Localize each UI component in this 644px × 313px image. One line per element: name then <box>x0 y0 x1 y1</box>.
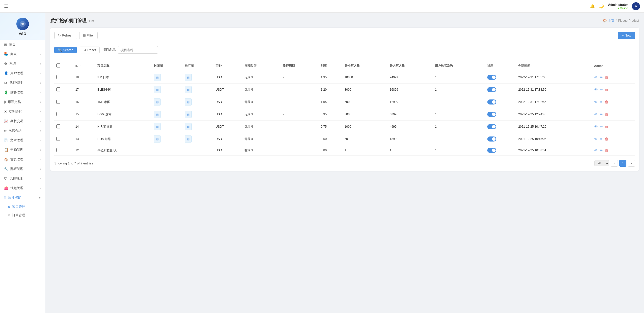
nav-icon-wallet-mgmt: 👛 <box>4 186 8 190</box>
view-icon-5[interactable]: 👁 <box>594 137 598 141</box>
edit-icon-6[interactable]: ✏ <box>600 148 603 152</box>
nav-icon-apply-mgmt: 📋 <box>4 148 8 152</box>
status-toggle-2[interactable] <box>487 99 496 105</box>
cell-cover-5: ▤ <box>152 133 183 145</box>
delete-icon-5[interactable]: 🗑 <box>605 137 608 141</box>
nav-icon-agent-mgmt: 🗂 <box>4 81 8 85</box>
topbar-right: 🔔 🌙 Administrator Online A <box>590 2 640 10</box>
status-toggle-4[interactable] <box>487 124 496 129</box>
nav-label-home-mgmt: 首页管理 <box>10 157 23 162</box>
edit-icon-4[interactable]: ✏ <box>600 125 603 129</box>
nav-icon-risk-mgmt: 🛡 <box>4 177 8 181</box>
next-page-btn[interactable]: › <box>628 160 635 167</box>
new-button[interactable]: + New <box>618 32 635 39</box>
view-icon-0[interactable]: 👁 <box>594 75 598 79</box>
toggle-slider-6 <box>487 148 496 153</box>
sidebar-logo: VSO <box>0 13 45 40</box>
data-table: ID↑ 项目名称 封面图 推广图 币种 周期类型 质押周期 利率 最小买入量 最… <box>54 61 635 156</box>
cover-thumb-0: ▤ <box>154 74 161 81</box>
delete-icon-0[interactable]: 🗑 <box>605 75 608 79</box>
row-checkbox-5[interactable] <box>56 137 60 141</box>
cell-status-6 <box>485 145 516 156</box>
reset-button[interactable]: ↺ Reset <box>80 47 100 53</box>
sidebar-item-perpetual[interactable]: ∞ 永续合约 › <box>0 126 45 135</box>
table-row: 13 HOA 印尼 ▤ ▤ USDT 无周期 - 0.60 50 1399 1 … <box>54 133 635 145</box>
cell-max-buy-0: 24999 <box>388 71 433 84</box>
row-checkbox-3[interactable] <box>56 112 60 116</box>
sub-nav-item-order-mgmt[interactable]: 订单管理 <box>0 211 45 220</box>
nav-icon-contract-trading: ✕ <box>4 110 7 114</box>
prev-page-btn[interactable]: ‹ <box>611 160 618 167</box>
sub-nav-item-project-mgmt[interactable]: 项目管理 <box>0 202 45 211</box>
toggle-slider-3 <box>487 112 496 117</box>
col-created[interactable]: 创建时间↑ <box>518 64 590 68</box>
status-toggle-1[interactable] <box>487 87 496 92</box>
edit-icon-2[interactable]: ✏ <box>600 100 603 104</box>
row-checkbox-0[interactable] <box>56 75 60 79</box>
page-1-btn[interactable]: 1 <box>619 160 626 167</box>
sidebar-item-coin-trading[interactable]: ₿ 币币交易 › <box>0 97 45 107</box>
breadcrumb-home-link[interactable]: 主页 <box>608 19 614 23</box>
sidebar-item-article-mgmt[interactable]: 📄 文章管理 › <box>0 135 45 145</box>
cell-cover-0: ▤ <box>152 71 183 84</box>
delete-icon-3[interactable]: 🗑 <box>605 112 608 116</box>
sidebar-item-finance-mgmt[interactable]: 💲 财务管理 › <box>0 88 45 97</box>
col-id[interactable]: ID↑ <box>75 64 94 68</box>
view-icon-3[interactable]: 👁 <box>594 112 598 116</box>
filter-button[interactable]: ⊟ Filter <box>79 32 98 39</box>
theme-toggle-icon[interactable]: 🌙 <box>599 4 604 9</box>
view-icon-2[interactable]: 👁 <box>594 100 598 104</box>
avatar[interactable]: A <box>632 2 640 10</box>
delete-icon-1[interactable]: 🗑 <box>605 88 608 92</box>
view-icon-1[interactable]: 👁 <box>594 88 598 92</box>
row-checkbox-6[interactable] <box>56 148 60 152</box>
row-checkbox-1[interactable] <box>56 87 60 91</box>
col-user-buy: 用户购买次数 <box>433 61 485 71</box>
search-button[interactable]: 🔍 Search <box>54 47 77 53</box>
sidebar-item-agent-mgmt[interactable]: 🗂 代理管理 › <box>0 78 45 88</box>
sidebar-item-pledge-mining[interactable]: ¥ 质押挖矿 ▼ <box>0 193 45 202</box>
sidebar-item-apply-mgmt[interactable]: 📋 申购管理 › <box>0 145 45 155</box>
sidebar-item-options-trading[interactable]: 📈 期权交易 › <box>0 116 45 126</box>
row-checkbox-4[interactable] <box>56 124 60 128</box>
row-checkbox-2[interactable] <box>56 100 60 104</box>
view-icon-6[interactable]: 👁 <box>594 148 598 152</box>
view-icon-4[interactable]: 👁 <box>594 125 598 129</box>
nav-arrow-finance-mgmt: › <box>40 91 41 94</box>
edit-icon-3[interactable]: ✏ <box>600 112 603 116</box>
status-toggle-6[interactable] <box>487 148 496 153</box>
status-toggle-0[interactable] <box>487 75 496 80</box>
nav-label-contract-trading: 交割合约 <box>9 109 22 114</box>
edit-icon-1[interactable]: ✏ <box>600 88 603 92</box>
edit-icon-5[interactable]: ✏ <box>600 137 603 141</box>
sidebar-item-system[interactable]: ⚙ 系统 › <box>0 59 45 68</box>
search-input[interactable] <box>118 46 158 54</box>
cell-coin-4: USDT <box>214 121 243 133</box>
sidebar-item-config-mgmt[interactable]: 🔧 配置管理 › <box>0 164 45 174</box>
nav-arrow-article-mgmt: › <box>40 139 41 142</box>
bell-icon[interactable]: 🔔 <box>590 4 595 9</box>
status-toggle-5[interactable] <box>487 136 496 142</box>
select-all-checkbox[interactable] <box>56 63 60 67</box>
sidebar-item-risk-mgmt[interactable]: 🛡 风控管理 › <box>0 174 45 183</box>
cell-promo-5: ▤ <box>183 133 214 145</box>
sidebar-item-contract-trading[interactable]: ✕ 交割合约 › <box>0 107 45 116</box>
sub-dot-order-mgmt <box>8 214 10 216</box>
cell-rate-0: 1.35 <box>319 71 343 84</box>
status-toggle-3[interactable] <box>487 112 496 117</box>
nav-label-user-mgmt: 用户管理 <box>10 71 23 76</box>
per-page-select[interactable]: 20 50 100 <box>594 160 609 166</box>
delete-icon-4[interactable]: 🗑 <box>605 125 608 129</box>
edit-icon-0[interactable]: ✏ <box>600 75 603 79</box>
sidebar-item-wallet-mgmt[interactable]: 👛 钱包管理 › <box>0 183 45 193</box>
pagination: 20 50 100 ‹ 1 › <box>594 160 635 167</box>
sidebar-item-home-mgmt[interactable]: 🏠 首页管理 › <box>0 155 45 164</box>
delete-icon-2[interactable]: 🗑 <box>605 100 608 104</box>
refresh-button[interactable]: ↻ Refresh <box>54 32 77 39</box>
cell-id-4: 14 <box>73 121 96 133</box>
sidebar-item-merchant[interactable]: 🏪 商家 › <box>0 49 45 59</box>
delete-icon-6[interactable]: 🗑 <box>605 148 608 152</box>
sidebar-item-user-mgmt[interactable]: 👤 用户管理 › <box>0 68 45 78</box>
menu-icon[interactable]: ☰ <box>4 4 8 9</box>
sidebar-item-home[interactable]: ⊞ 主页 <box>0 40 45 49</box>
